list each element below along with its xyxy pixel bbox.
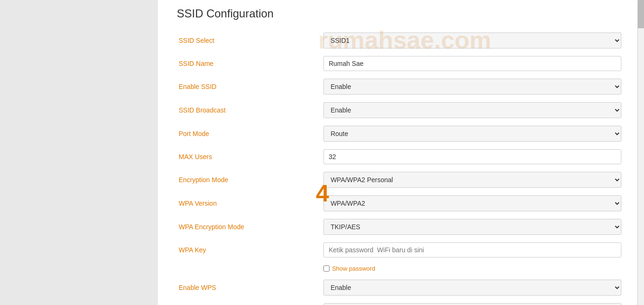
ssid-select-label: SSID Select bbox=[177, 29, 322, 52]
port-mode-row: Port Mode Route Bridge bbox=[177, 122, 623, 145]
ssid-broadcast-field[interactable]: Enable Disable bbox=[322, 98, 623, 122]
wpa-key-label: WPA Key bbox=[177, 239, 322, 261]
enable-wps-row: Enable WPS Enable Disable bbox=[177, 276, 623, 299]
ssid-select-field[interactable]: SSID1 SSID2 SSID3 SSID4 bbox=[322, 29, 623, 52]
config-form: SSID Select SSID1 SSID2 SSID3 SSID4 SSID… bbox=[177, 29, 623, 305]
ssid-name-field[interactable] bbox=[322, 52, 623, 75]
wpa-version-label: WPA Version bbox=[177, 192, 322, 215]
enable-wps-label: Enable WPS bbox=[177, 276, 322, 299]
wpa-version-row: WPA Version WPA/WPA2 WPA WPA2 bbox=[177, 192, 623, 215]
wps-mode-dropdown[interactable]: PBC PIN bbox=[323, 303, 621, 305]
sidebar bbox=[0, 0, 158, 305]
wpa-version-dropdown[interactable]: WPA/WPA2 WPA WPA2 bbox=[323, 195, 621, 211]
encryption-mode-label: Encryption Mode bbox=[177, 168, 322, 192]
ssid-select-dropdown[interactable]: SSID1 SSID2 SSID3 SSID4 bbox=[323, 32, 621, 48]
show-password-checkbox[interactable] bbox=[323, 265, 330, 272]
scrollbar[interactable] bbox=[637, 0, 644, 305]
max-users-input[interactable] bbox=[323, 149, 621, 164]
ssid-name-row: SSID Name bbox=[177, 52, 623, 75]
show-password-text: Show password bbox=[332, 265, 375, 272]
ssid-broadcast-dropdown[interactable]: Enable Disable bbox=[323, 102, 621, 118]
port-mode-label: Port Mode bbox=[177, 122, 322, 145]
ssid-broadcast-label: SSID Broadcast bbox=[177, 98, 322, 122]
enable-wps-dropdown[interactable]: Enable Disable bbox=[323, 280, 621, 296]
wpa-encryption-label: WPA Encryption Mode bbox=[177, 215, 322, 239]
enable-ssid-label: Enable SSID bbox=[177, 75, 322, 98]
page-title: SSID Configuration bbox=[177, 7, 623, 20]
ssid-name-label: SSID Name bbox=[177, 52, 322, 75]
enable-ssid-dropdown[interactable]: Enable Disable bbox=[323, 79, 621, 95]
ssid-select-row: SSID Select SSID1 SSID2 SSID3 SSID4 bbox=[177, 29, 623, 52]
wpa-encryption-row: WPA Encryption Mode TKIP/AES TKIP AES bbox=[177, 215, 623, 239]
wps-mode-row: WPS Mode PBC PIN bbox=[177, 299, 623, 305]
wps-mode-label: WPS Mode bbox=[177, 299, 322, 305]
wpa-key-input[interactable] bbox=[323, 242, 621, 257]
show-password-label[interactable]: Show password bbox=[323, 265, 621, 272]
encryption-mode-field[interactable]: WPA/WPA2 Personal WPA Personal WPA2 Pers… bbox=[322, 168, 623, 192]
wpa-key-field[interactable] bbox=[322, 239, 623, 261]
encryption-mode-dropdown[interactable]: WPA/WPA2 Personal WPA Personal WPA2 Pers… bbox=[323, 172, 621, 188]
enable-wps-field[interactable]: Enable Disable bbox=[322, 276, 623, 299]
scrollbar-thumb[interactable] bbox=[638, 0, 644, 28]
max-users-field[interactable] bbox=[322, 145, 623, 168]
show-password-row: Show password bbox=[177, 261, 623, 276]
ssid-name-input[interactable] bbox=[323, 56, 621, 71]
encryption-mode-row: Encryption Mode WPA/WPA2 Personal WPA Pe… bbox=[177, 168, 623, 192]
max-users-label: MAX Users bbox=[177, 145, 322, 168]
max-users-row: MAX Users bbox=[177, 145, 623, 168]
enable-ssid-row: Enable SSID Enable Disable bbox=[177, 75, 623, 98]
port-mode-field[interactable]: Route Bridge bbox=[322, 122, 623, 145]
wpa-key-row: WPA Key bbox=[177, 239, 623, 261]
port-mode-dropdown[interactable]: Route Bridge bbox=[323, 126, 621, 142]
wps-mode-field[interactable]: PBC PIN bbox=[322, 299, 623, 305]
wpa-version-field[interactable]: WPA/WPA2 WPA WPA2 bbox=[322, 192, 623, 215]
ssid-broadcast-row: SSID Broadcast Enable Disable bbox=[177, 98, 623, 122]
main-content: rumahsae.com SSID Configuration SSID Sel… bbox=[158, 0, 637, 305]
wpa-encryption-field[interactable]: TKIP/AES TKIP AES bbox=[322, 215, 623, 239]
wpa-encryption-dropdown[interactable]: TKIP/AES TKIP AES bbox=[323, 219, 621, 235]
enable-ssid-field[interactable]: Enable Disable bbox=[322, 75, 623, 98]
show-password-field[interactable]: Show password bbox=[322, 261, 623, 276]
